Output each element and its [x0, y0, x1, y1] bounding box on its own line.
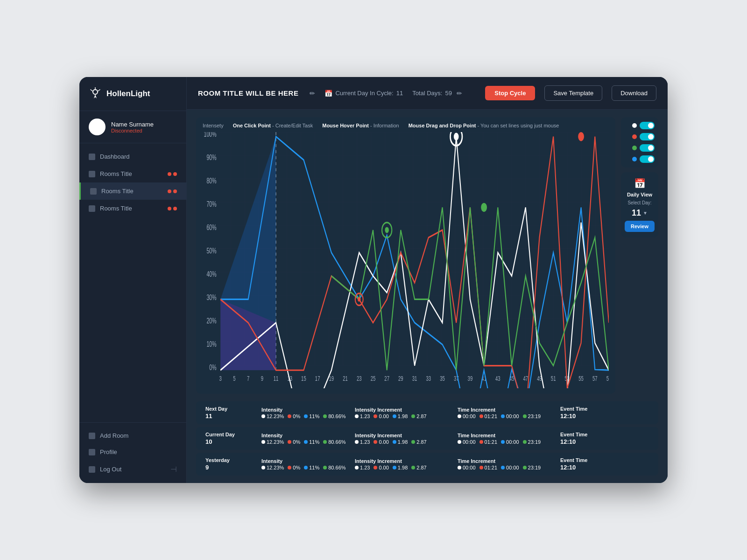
nav-dots [168, 207, 177, 210]
logo-text: HollenLight [106, 89, 150, 98]
svg-text:20%: 20% [206, 317, 216, 325]
dot-red [173, 189, 177, 193]
intensity-indicators: 12.23% 0% 11% 80.66% [261, 413, 355, 419]
hint3-title: Mouse Drag and Drop Point [409, 123, 476, 128]
dot-red [173, 207, 177, 210]
data-row-next-day: Next Day 11 Intensity 12.23% 0% 11% 80.6… [196, 401, 658, 424]
day-arrow-icon: ▼ [643, 210, 648, 216]
stop-cycle-button[interactable]: Stop Cycle [485, 86, 535, 100]
svg-point-51 [454, 133, 459, 140]
nav-dots [168, 189, 177, 193]
dot-red [168, 189, 171, 193]
sidebar-item-label: Rooms Title [100, 170, 163, 177]
toggle-dot-green [632, 146, 637, 150]
daily-day-display[interactable]: 11 ▼ [632, 208, 648, 218]
chart-area[interactable]: 100% 90% 80% 70% 60% 50% 40% 30% 20% 10%… [203, 132, 609, 388]
intensity-cell: Intensity 12.23% 0% 11% 80.66% [261, 407, 355, 419]
event-time-cell: Event Time 12:10 [560, 406, 616, 420]
time-red: 01:21 [479, 413, 498, 419]
daily-view-title: Daily View [627, 192, 652, 197]
toggle-switch-blue[interactable] [640, 155, 655, 163]
main-content: ROOM TITLE WILL BE HERE ✏ 📅 Current Day … [187, 77, 668, 483]
time-white: 00:00 [458, 413, 476, 419]
chart-svg: 100% 90% 80% 70% 60% 50% 40% 30% 20% 10%… [203, 132, 609, 388]
sidebar: HollenLight Name Surname Disconnected Da… [79, 77, 187, 483]
toggle-row-white [625, 122, 655, 129]
time-indicators: 00:00 01:21 00:00 23:19 [458, 413, 560, 419]
intensity-indicators: 12.23% 0% 11% 80.66% [261, 439, 355, 445]
sidebar-item-room3[interactable]: Rooms Title [79, 200, 186, 217]
logo-icon [89, 87, 102, 100]
sidebar-item-label: Add Room [100, 432, 177, 439]
svg-text:21: 21 [343, 375, 348, 383]
sidebar-item-dashboard[interactable]: Dashboard [79, 148, 186, 165]
event-time-value: 12:10 [560, 413, 616, 420]
intensity-red: 0% [288, 413, 300, 419]
svg-text:51: 51 [551, 375, 556, 383]
toggle-switch-white[interactable] [640, 122, 655, 129]
inc-green: 2.87 [411, 413, 426, 419]
svg-text:35: 35 [440, 375, 445, 383]
dot-red [173, 172, 177, 176]
svg-text:60%: 60% [206, 224, 216, 232]
svg-text:3: 3 [219, 375, 222, 383]
day-cell: Yesterday 9 [205, 457, 261, 471]
svg-text:23: 23 [357, 375, 362, 383]
download-button[interactable]: Download [612, 85, 656, 101]
collapse-icon[interactable]: ⊣ [170, 465, 177, 474]
sidebar-item-label: Rooms Title [101, 188, 163, 195]
time-inc-cell: Time Increment 00:00 01:21 00:00 23:19 [458, 407, 560, 419]
save-template-button[interactable]: Save Template [544, 85, 602, 101]
svg-point-53 [578, 132, 584, 141]
sidebar-item-logout[interactable]: Log Out ⊣ [79, 460, 186, 478]
edit-icon[interactable]: ✏ [310, 90, 315, 97]
sidebar-item-label: Rooms Title [100, 205, 163, 212]
daily-view-panel: 📅 Daily View Select Day: 11 ▼ Review [621, 172, 658, 238]
calendar-icon: 📅 [634, 178, 646, 189]
svg-text:17: 17 [315, 375, 320, 383]
intensity-white: 12.23% [261, 413, 284, 419]
sidebar-item-label: Log Out [100, 466, 166, 473]
svg-text:50%: 50% [206, 247, 216, 255]
sidebar-item-add-room[interactable]: Add Room [79, 427, 186, 444]
toggle-dot-blue [632, 157, 637, 161]
hint2-title: Mouse Hover Point [322, 123, 369, 128]
svg-text:47: 47 [523, 375, 528, 383]
inc-blue: 1.98 [393, 413, 408, 419]
sidebar-item-room1[interactable]: Rooms Title [79, 165, 186, 182]
svg-text:7: 7 [247, 375, 249, 383]
intensity-inc-cell: Intensity Increment 1.23 0.00 1.98 2.87 [355, 433, 458, 445]
sidebar-item-label: Dashboard [100, 153, 177, 160]
svg-text:29: 29 [398, 375, 403, 383]
toggle-switch-green[interactable] [640, 144, 655, 152]
inc-indicators: 1.23 0.00 1.98 2.87 [355, 413, 458, 419]
toggle-dot-white [632, 123, 637, 128]
daily-select-label: Select Day: [627, 200, 651, 205]
data-row-yesterday: Yesterday 9 Intensity 12.23% 0% 11% 80.6… [196, 453, 658, 476]
svg-text:90%: 90% [206, 154, 216, 162]
total-days-edit-icon[interactable]: ✏ [457, 90, 462, 97]
svg-text:55: 55 [578, 375, 584, 383]
event-time-header: Event Time [560, 406, 616, 412]
day-cell: Current Day 10 [205, 432, 261, 445]
review-button[interactable]: Review [625, 221, 655, 232]
yesterday-value: 9 [205, 464, 261, 471]
toggle-row-blue [625, 155, 655, 163]
svg-text:43: 43 [495, 375, 500, 383]
chart-section: Intensety One Click Point - Create/Edit … [187, 110, 668, 401]
svg-text:25: 25 [371, 375, 376, 383]
svg-text:59: 59 [606, 375, 609, 383]
toggle-switch-red[interactable] [640, 133, 655, 140]
current-day-label: Current Day In Cycle: [335, 90, 393, 97]
sidebar-item-profile[interactable]: Profile [79, 444, 186, 460]
profile-icon [89, 449, 95, 455]
daily-day-value: 11 [632, 208, 641, 218]
sidebar-item-room2[interactable]: Rooms Title [79, 182, 186, 200]
intensity-header: Intensity [261, 433, 355, 438]
room-icon [89, 205, 95, 212]
user-section: Name Surname Disconnected [79, 111, 186, 143]
svg-text:39: 39 [468, 375, 473, 383]
yesterday-label: Yesterday [205, 457, 261, 463]
header-meta: 📅 Current Day In Cycle: 11 [324, 90, 403, 97]
intensity-cell: Intensity 12.23% 0% 11% 80.66% [261, 458, 355, 470]
